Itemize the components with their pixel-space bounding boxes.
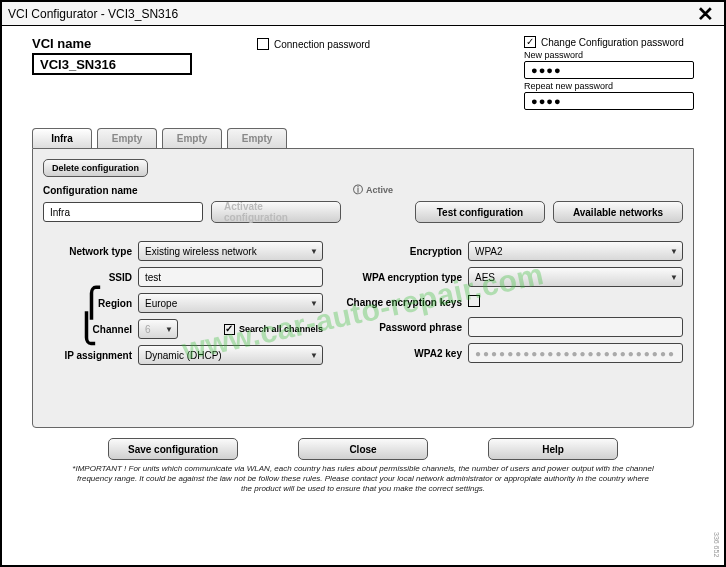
vci-name-input[interactable]: VCI3_SN316: [32, 53, 192, 75]
ip-assignment-label: IP assignment: [43, 350, 138, 361]
save-configuration-button[interactable]: Save configuration: [108, 438, 238, 460]
repeat-password-label: Repeat new password: [524, 81, 694, 91]
channel-select[interactable]: 6: [138, 319, 178, 339]
close-icon[interactable]: ✕: [693, 2, 718, 26]
tab-empty-2[interactable]: Empty: [162, 128, 222, 148]
channel-label: Channel: [93, 324, 132, 335]
change-config-password-checkbox[interactable]: [524, 36, 536, 48]
tab-empty-3[interactable]: Empty: [227, 128, 287, 148]
change-config-password-label: Change Configuration password: [541, 37, 684, 48]
change-keys-checkbox[interactable]: [468, 295, 480, 307]
tab-infra[interactable]: Infra: [32, 128, 92, 148]
new-password-input[interactable]: ●●●●: [524, 61, 694, 79]
ssid-input[interactable]: test: [138, 267, 323, 287]
search-all-channels-checkbox[interactable]: [224, 324, 235, 335]
encryption-label: Encryption: [343, 246, 468, 257]
wpa-type-select[interactable]: AES: [468, 267, 683, 287]
passphrase-input[interactable]: [468, 317, 683, 337]
network-type-label: Network type: [43, 246, 138, 257]
wpa-type-label: WPA encryption type: [343, 272, 468, 283]
delete-configuration-button[interactable]: Delete configuration: [43, 159, 148, 177]
titlebar: VCI Configurator - VCI3_SN316 ✕: [2, 2, 724, 26]
repeat-password-input[interactable]: ●●●●: [524, 92, 694, 110]
available-networks-button[interactable]: Available networks: [553, 201, 683, 223]
change-keys-label: Change encryption keys: [343, 297, 468, 308]
footer-note: *IMPORTANT ! For units which communicate…: [32, 464, 694, 494]
wpa2-key-label: WPA2 key: [343, 348, 468, 359]
ip-assignment-select[interactable]: Dynamic (DHCP): [138, 345, 323, 365]
config-panel: Delete configuration Configuration name …: [32, 148, 694, 428]
passphrase-label: Password phrase: [343, 322, 468, 333]
test-configuration-button[interactable]: Test configuration: [415, 201, 545, 223]
window-title: VCI Configurator - VCI3_SN316: [8, 7, 178, 21]
ssid-label: SSID: [43, 272, 138, 283]
active-badge: Active: [353, 183, 393, 197]
help-button[interactable]: Help: [488, 438, 618, 460]
config-name-input[interactable]: [43, 202, 203, 222]
new-password-label: New password: [524, 50, 694, 60]
close-button[interactable]: Close: [298, 438, 428, 460]
connection-password-label: Connection password: [274, 39, 370, 50]
wpa2-key-input[interactable]: ●●●●●●●●●●●●●●●●●●●●●●●●●: [468, 343, 683, 363]
network-type-select[interactable]: Existing wireless network: [138, 241, 323, 261]
right-form-column: Encryption WPA2 WPA encryption type AES …: [343, 235, 683, 371]
vci-name-label: VCI name: [32, 36, 257, 51]
encryption-select[interactable]: WPA2: [468, 241, 683, 261]
region-select[interactable]: Europe: [138, 293, 323, 313]
activate-configuration-button[interactable]: Activate configuration: [211, 201, 341, 223]
side-reference: 336 652: [713, 532, 720, 557]
region-label: Region: [98, 298, 132, 309]
config-name-label: Configuration name: [43, 185, 137, 196]
connection-password-checkbox[interactable]: [257, 38, 269, 50]
tab-empty-1[interactable]: Empty: [97, 128, 157, 148]
tabs: Infra Empty Empty Empty: [32, 128, 694, 148]
search-all-channels-label: Search all channels: [239, 324, 323, 334]
left-form-column: Network type Existing wireless network S…: [43, 235, 323, 371]
main-content: VCI name VCI3_SN316 Connection password …: [2, 26, 724, 499]
